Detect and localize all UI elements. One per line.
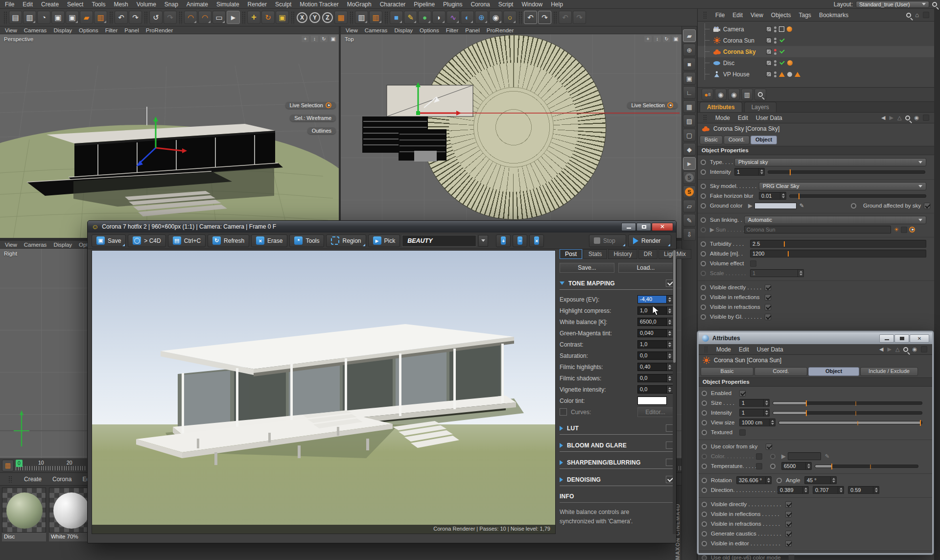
move-tool-icon[interactable]: +: [247, 11, 260, 24]
redo-boxed-icon[interactable]: ↷: [538, 11, 551, 24]
visibility-dots[interactable]: [774, 26, 776, 32]
tab-post[interactable]: Post: [560, 249, 582, 259]
anim-dot[interactable]: [701, 285, 706, 290]
om-search-icon[interactable]: [906, 13, 911, 18]
om-menu-tags[interactable]: Tags: [799, 12, 811, 19]
axis-mode-icon[interactable]: ◆: [683, 143, 696, 156]
sharpening-checkbox[interactable]: [666, 459, 673, 466]
visibility-dots[interactable]: [774, 49, 776, 55]
toolbar-grip[interactable]: [518, 11, 522, 24]
material-thumbnail[interactable]: [2, 488, 46, 533]
volume-effect-checkbox[interactable]: [750, 260, 756, 267]
zoom-out-button[interactable]: −: [513, 234, 527, 247]
deformer-icon[interactable]: ∿: [446, 11, 460, 24]
object-mode-icon[interactable]: ▢: [683, 129, 696, 141]
highlight-compress-field[interactable]: 1,0: [637, 306, 667, 315]
turbidity-field[interactable]: 2.5: [750, 240, 926, 248]
object-name[interactable]: Corona Sky: [723, 48, 766, 55]
ground-affected-checkbox[interactable]: [924, 203, 930, 209]
viewport-top[interactable]: View Cameras Display Options Filter Pane…: [341, 26, 682, 238]
pan-icon[interactable]: +: [644, 36, 652, 42]
tab-attributes[interactable]: Attributes: [700, 102, 742, 112]
undo-icon[interactable]: ↶: [115, 11, 128, 24]
anim-dot[interactable]: [701, 251, 706, 257]
cube-primitive-icon[interactable]: ■: [390, 11, 403, 24]
menu-pipeline[interactable]: Pipeline: [414, 1, 435, 8]
anim-dot[interactable]: [776, 478, 782, 483]
toggle-view-icon[interactable]: ▣: [672, 36, 680, 42]
curves-checkbox[interactable]: [560, 408, 567, 416]
temperature-field[interactable]: 6500: [781, 462, 812, 470]
camera-active-icon[interactable]: [779, 26, 784, 32]
viewport-perspective[interactable]: View Cameras Display Options Filter Pane…: [0, 26, 339, 238]
anim-dot[interactable]: [701, 203, 706, 209]
menu-character[interactable]: Character: [380, 1, 406, 8]
attr-search-icon[interactable]: [905, 116, 910, 120]
model-mode-icon[interactable]: ■: [683, 58, 696, 70]
anim-dot[interactable]: [702, 444, 707, 449]
temperature-swatch[interactable]: [756, 463, 762, 469]
material-item[interactable]: Disc: [2, 488, 46, 558]
vfb-erase-button[interactable]: ×Erase: [251, 234, 287, 247]
pan-icon[interactable]: +: [302, 36, 309, 42]
tab-coord[interactable]: Coord.: [754, 367, 807, 376]
attr-menu-edit[interactable]: Edit: [739, 346, 749, 353]
vp-menu-prorender[interactable]: ProRender: [487, 27, 514, 33]
layout-dropdown[interactable]: Standard_true (User): [856, 1, 929, 8]
mat-menu-create[interactable]: Create: [24, 476, 42, 483]
toolbar-grip[interactable]: [291, 11, 294, 24]
tab-object[interactable]: Object: [751, 136, 777, 144]
vp-menu-cameras[interactable]: Cameras: [365, 27, 388, 33]
orbit-icon[interactable]: ↻: [663, 36, 670, 42]
tab-object[interactable]: Object: [808, 367, 859, 376]
visible-reflections-checkbox[interactable]: [765, 294, 771, 301]
render-image[interactable]: Corona Renderer | Passes: 10 | Noise lev…: [92, 250, 556, 534]
orbit-icon[interactable]: ↻: [320, 36, 328, 42]
visibility-dots[interactable]: [774, 71, 776, 77]
snap-off-icon[interactable]: S: [683, 171, 696, 184]
white-balance-field[interactable]: 6500,0: [637, 318, 667, 326]
menu-motion-tracker[interactable]: Motion Tracker: [300, 1, 338, 8]
snap-on-icon[interactable]: S: [683, 186, 696, 198]
tab-history[interactable]: History: [608, 249, 637, 259]
vfb-c4d-button[interactable]: ◯> C4D: [128, 234, 165, 247]
anim-dot[interactable]: [702, 541, 707, 546]
enabled-check-icon[interactable]: [779, 60, 785, 66]
vp-menu-filter[interactable]: Filter: [446, 27, 459, 33]
history-back-icon[interactable]: ◀: [881, 115, 885, 121]
attr-menu-mode[interactable]: Mode: [715, 115, 730, 121]
tonemap-save-button[interactable]: Save...: [560, 263, 614, 273]
sun-linking-dropdown[interactable]: Automatic: [744, 216, 926, 224]
undo-action-icon[interactable]: ↺: [149, 11, 163, 24]
zoom-reset-button[interactable]: ×: [529, 234, 544, 247]
perspective-canvas[interactable]: Perspective +↕ ↻▣: [0, 34, 339, 238]
anim-dot[interactable]: [701, 184, 706, 189]
minimize-button[interactable]: [621, 223, 636, 231]
section-denoising[interactable]: DENOISING: [560, 476, 673, 486]
save-as-icon[interactable]: ▣: [66, 11, 79, 24]
visible-editor-checkbox[interactable]: [785, 540, 792, 547]
light-object-icon[interactable]: ○: [503, 11, 517, 24]
lock-z-axis-button[interactable]: Z: [322, 12, 333, 23]
object-name[interactable]: Disc: [723, 60, 766, 67]
visibility-dots[interactable]: [774, 38, 776, 44]
top-canvas[interactable]: Top +↕ ↻▣: [341, 34, 682, 238]
om-menu-view[interactable]: View: [751, 12, 763, 19]
anim-dot[interactable]: [702, 410, 707, 416]
enabled-checkbox[interactable]: [739, 390, 746, 397]
lock-x-axis-button[interactable]: X: [297, 12, 307, 23]
view-size-field[interactable]: 1000 cm: [739, 419, 776, 426]
vfb-pick-button[interactable]: ►Pick: [368, 234, 400, 247]
bloom-checkbox[interactable]: [666, 442, 673, 449]
toolbar-grip[interactable]: [179, 11, 182, 24]
filmic-highlights-field[interactable]: 0,40: [637, 363, 667, 371]
material-name[interactable]: Disc: [2, 533, 46, 541]
camera-shortcut-icon[interactable]: ◉: [715, 89, 727, 100]
pen-spline-icon[interactable]: ✎: [404, 11, 417, 24]
size-field[interactable]: 1: [739, 399, 770, 407]
vp-menu-view[interactable]: View: [5, 27, 17, 33]
search-object-icon[interactable]: [754, 89, 766, 100]
minimize-button[interactable]: [879, 334, 894, 343]
vfb-region-button[interactable]: Region: [326, 234, 366, 247]
scale-tool-icon[interactable]: ▣: [276, 11, 289, 24]
